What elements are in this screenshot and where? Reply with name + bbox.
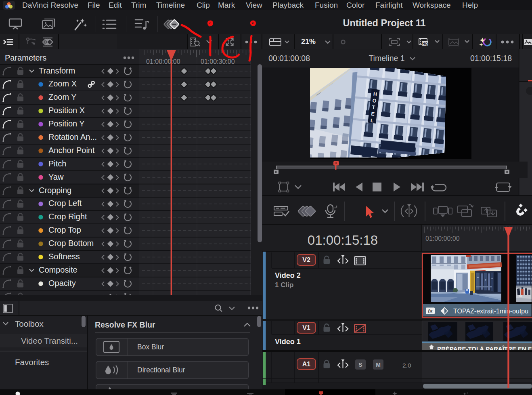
svg-text:Composite: Composite xyxy=(39,265,77,274)
svg-text:01:00:30:00: 01:00:30:00 xyxy=(201,58,235,65)
svg-text:S: S xyxy=(358,361,362,368)
svg-text:Crop Bottom: Crop Bottom xyxy=(48,239,94,248)
svg-text:Video Transiti...: Video Transiti... xyxy=(21,336,78,345)
svg-text:Rotation An...: Rotation An... xyxy=(48,132,97,141)
svg-text:Favorites: Favorites xyxy=(15,357,49,367)
svg-text:Position X: Position X xyxy=(48,106,85,115)
svg-text:1 Clip: 1 Clip xyxy=(275,281,293,289)
svg-text:00:01:00:08: 00:01:00:08 xyxy=(268,54,310,63)
svg-text:Video 1: Video 1 xyxy=(275,338,301,346)
svg-text:Zoom X: Zoom X xyxy=(48,79,77,88)
svg-text:Pitch: Pitch xyxy=(48,159,66,168)
svg-text:M: M xyxy=(376,361,381,368)
svg-text:HQ: HQ xyxy=(422,42,428,46)
svg-text:Crop Left: Crop Left xyxy=(48,199,82,208)
svg-text:Cropping: Cropping xyxy=(39,186,71,195)
svg-text:Box Blur: Box Blur xyxy=(137,343,164,351)
svg-text:Zoom Y: Zoom Y xyxy=(48,92,77,101)
svg-text:fx: fx xyxy=(428,308,433,314)
svg-text:O: O xyxy=(372,98,377,104)
svg-text:E: E xyxy=(371,111,375,117)
svg-text:Yaw: Yaw xyxy=(48,172,64,181)
svg-text:A1: A1 xyxy=(302,361,311,368)
svg-text:01:00:15:18: 01:00:15:18 xyxy=(470,54,512,63)
svg-text:Softness: Softness xyxy=(48,252,80,261)
svg-text:V2: V2 xyxy=(302,256,310,263)
svg-text:01:00:00:00: 01:00:00:00 xyxy=(146,58,180,65)
svg-text:Timeline 1: Timeline 1 xyxy=(369,54,404,63)
svg-text:2.0: 2.0 xyxy=(402,362,411,369)
svg-text:Transform: Transform xyxy=(39,66,75,75)
svg-text:Anchor Point: Anchor Point xyxy=(48,146,95,155)
svg-text:01:00:15:18: 01:00:15:18 xyxy=(308,233,378,248)
svg-text:Crop Right: Crop Right xyxy=(48,212,87,221)
svg-text:Crop Top: Crop Top xyxy=(48,225,81,234)
svg-text:Video 2: Video 2 xyxy=(275,271,301,279)
svg-text:01:00:00:00: 01:00:00:00 xyxy=(425,235,460,242)
svg-text:TOPAZ-extrait-1min-outpu: TOPAZ-extrait-1min-outpu xyxy=(453,308,528,315)
svg-text:Directional Blur: Directional Blur xyxy=(137,366,185,374)
svg-text:Resolve FX Blur: Resolve FX Blur xyxy=(95,320,155,329)
svg-text:V1: V1 xyxy=(302,324,310,331)
svg-text:H: H xyxy=(373,91,377,97)
svg-text:Parameters: Parameters xyxy=(5,53,46,62)
svg-text:Position Y: Position Y xyxy=(48,119,85,128)
svg-text:Opacity: Opacity xyxy=(48,279,76,288)
svg-text:Toolbox: Toolbox xyxy=(15,319,44,328)
